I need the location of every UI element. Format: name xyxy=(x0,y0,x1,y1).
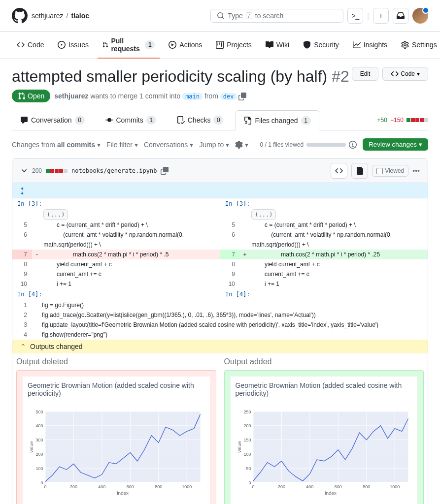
tab-insights[interactable]: Insights xyxy=(348,36,392,55)
commit-icon xyxy=(105,116,113,124)
tab-settings[interactable]: Settings xyxy=(396,36,440,55)
svg-text:value: value xyxy=(29,441,34,452)
svg-text:1000: 1000 xyxy=(390,484,400,489)
base-branch[interactable]: main xyxy=(182,93,203,100)
svg-text:150: 150 xyxy=(243,438,251,442)
viewed-progress: 0 / 1 files viewed xyxy=(260,141,357,149)
top-bar: sethjuarez / tlaloc Type / to search >_ … xyxy=(0,0,440,32)
issues-icon xyxy=(58,41,66,49)
info-icon[interactable] xyxy=(349,141,357,149)
owner-link[interactable]: sethjuarez xyxy=(32,12,64,20)
outputs-diff: Output deleted Geometric Brownian Motion… xyxy=(12,353,428,504)
copy-icon[interactable] xyxy=(161,167,169,175)
tab-wiki-label: Wiki xyxy=(276,41,289,49)
file-header: 200 notebooks/generate.ipynb Viewed ••• xyxy=(12,159,428,183)
file-path[interactable]: notebooks/generate.ipynb xyxy=(71,167,157,174)
svg-text:400: 400 xyxy=(306,484,313,489)
head-branch[interactable]: dev xyxy=(220,93,237,100)
source-view-button[interactable] xyxy=(331,163,347,179)
pr-meta: Open sethjuarez wants to merge 1 commit … xyxy=(12,90,428,102)
review-changes-button[interactable]: Review changes ▾ xyxy=(363,138,428,151)
svg-text:300: 300 xyxy=(35,438,43,442)
command-palette-button[interactable]: >_ xyxy=(347,8,363,24)
tab-projects[interactable]: Projects xyxy=(211,36,257,55)
search-icon xyxy=(217,12,225,20)
expand-all-button[interactable] xyxy=(12,183,428,198)
tab-issues[interactable]: Issues xyxy=(53,36,93,55)
code-button[interactable]: Code ▾ xyxy=(382,67,428,81)
fold-button[interactable]: (...) xyxy=(43,209,68,220)
pr-title: attempted smaller periodicity scaling (b… xyxy=(12,67,349,86)
svg-text:250: 250 xyxy=(243,409,251,414)
svg-text:400: 400 xyxy=(35,423,43,428)
file-menu-button[interactable]: ••• xyxy=(412,167,420,175)
pr-header: attempted smaller periodicity scaling (b… xyxy=(12,67,428,86)
pr-subtabs: Conversation0 Commits1 Checks0 Files cha… xyxy=(12,110,428,130)
fold-button[interactable]: (...) xyxy=(251,209,276,220)
pr-author[interactable]: sethjuarez xyxy=(54,92,88,100)
svg-text:0: 0 xyxy=(44,484,46,489)
inbox-button[interactable] xyxy=(393,8,408,24)
svg-text:500: 500 xyxy=(35,409,43,414)
avatar[interactable] xyxy=(412,8,428,24)
svg-text:200: 200 xyxy=(243,423,251,428)
projects-icon xyxy=(216,41,224,49)
repo-link[interactable]: tlaloc xyxy=(71,12,89,20)
subtab-files[interactable]: Files changed1 xyxy=(236,110,319,130)
outputs-banner: ⌃ Outputs changed xyxy=(12,340,428,353)
changes-from-menu[interactable]: Changes from all commits ▾ xyxy=(12,141,101,149)
cell-in-4-right: In [4]: xyxy=(220,289,428,300)
tab-pulls[interactable]: Pull requests1 xyxy=(98,32,160,59)
repo-nav: Code Issues Pull requests1 Actions Proje… xyxy=(0,32,440,59)
jump-to-menu[interactable]: Jump to ▾ xyxy=(199,141,229,149)
tab-settings-label: Settings xyxy=(412,41,437,49)
chart-deleted: Geometric Brownian Motion (added scaled … xyxy=(23,377,210,504)
output-added-panel: Output added Geometric Brownian Motion (… xyxy=(224,357,424,504)
diff-settings-menu[interactable]: ▾ xyxy=(235,141,248,149)
tab-wiki[interactable]: Wiki xyxy=(261,36,294,55)
search-placeholder: Type xyxy=(228,12,242,20)
code-icon xyxy=(335,167,343,175)
svg-text:100: 100 xyxy=(243,452,251,457)
chevron-down-icon[interactable] xyxy=(20,167,28,175)
pulls-icon xyxy=(102,41,108,49)
inbox-icon xyxy=(397,12,405,20)
subtab-conversation[interactable]: Conversation0 xyxy=(12,110,93,130)
tab-actions-label: Actions xyxy=(179,41,202,49)
cell-in-3: In [3]: xyxy=(12,198,220,209)
conversations-menu[interactable]: Conversations ▾ xyxy=(144,141,194,149)
search-key: / xyxy=(246,12,252,19)
svg-text:600: 600 xyxy=(334,484,341,489)
tab-actions[interactable]: Actions xyxy=(164,36,207,55)
github-logo[interactable] xyxy=(12,8,28,24)
tab-code-label: Code xyxy=(28,41,44,49)
diff-toolbar: Changes from all commits ▾ File filter ▾… xyxy=(12,138,428,151)
file-diffstat xyxy=(46,169,68,173)
code-icon xyxy=(17,41,25,49)
svg-text:600: 600 xyxy=(127,484,134,489)
chart-added: Geometric Brownian Motion (added scaled … xyxy=(231,377,418,504)
svg-text:0: 0 xyxy=(248,480,251,485)
actions-icon xyxy=(169,41,176,49)
svg-text:200: 200 xyxy=(277,484,285,489)
svg-text:1000: 1000 xyxy=(182,484,192,489)
tab-security[interactable]: Security xyxy=(298,36,344,55)
file-filter-menu[interactable]: File filter ▾ xyxy=(106,141,138,149)
cell-in-4-left: In [4]: xyxy=(12,289,220,300)
copy-icon[interactable] xyxy=(238,93,246,100)
cell-in-3-right: In [3]: xyxy=(220,198,428,209)
breadcrumb: sethjuarez / tlaloc xyxy=(32,12,89,20)
svg-text:200: 200 xyxy=(70,484,77,489)
search-input[interactable]: Type / to search xyxy=(210,9,343,23)
subtab-checks[interactable]: Checks0 xyxy=(169,110,232,130)
tab-issues-label: Issues xyxy=(68,41,88,49)
pulls-count: 1 xyxy=(145,40,155,49)
rendered-view-button[interactable] xyxy=(351,163,368,179)
viewed-checkbox[interactable]: Viewed xyxy=(372,165,408,177)
edit-button[interactable]: Edit xyxy=(352,67,379,81)
svg-text:100: 100 xyxy=(35,466,43,471)
subtab-commits[interactable]: Commits1 xyxy=(97,110,165,130)
create-button[interactable]: + xyxy=(373,8,389,24)
tab-code[interactable]: Code xyxy=(12,36,49,55)
gear-icon xyxy=(235,141,243,149)
